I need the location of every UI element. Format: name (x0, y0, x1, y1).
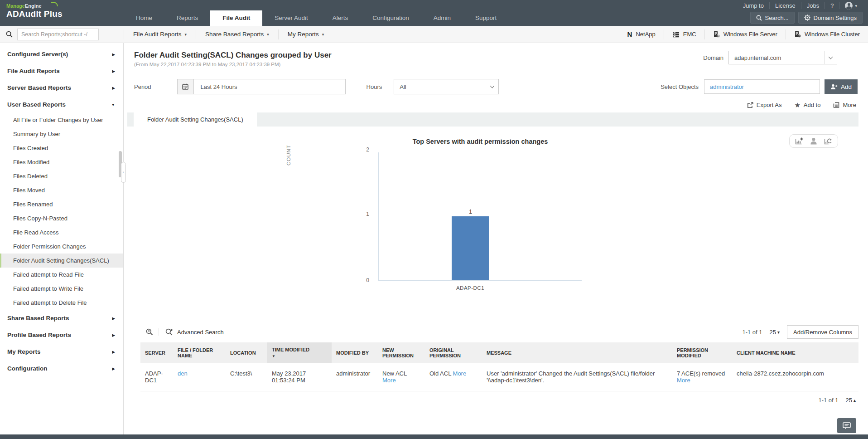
report-tab-active[interactable]: Folder Audit Setting Changes(SACL) (134, 112, 257, 127)
advanced-search-label: Advanced Search (177, 329, 224, 336)
sidebar-section[interactable]: File Audit Reports ▶ (0, 63, 123, 79)
help-button[interactable]: ? (825, 2, 839, 9)
sidebar-collapse-handle[interactable]: ‹ (121, 162, 126, 183)
y-tick-0: 0 (356, 277, 369, 283)
sidebar-item[interactable]: Files Copy-N-Pasted (0, 211, 123, 225)
sidebar-section[interactable]: Server Based Reports ▶ (0, 79, 123, 96)
col-server[interactable]: SERVER (140, 342, 173, 363)
export-as-button[interactable]: Export As (747, 102, 782, 108)
sidebar-section[interactable]: My Reports ▶ (0, 343, 123, 360)
col-message[interactable]: MESSAGE (482, 342, 672, 363)
cell-new-permission: New ACL More (378, 363, 425, 391)
sidebar-section[interactable]: Configuration ▶ (0, 360, 123, 377)
nav-tab[interactable]: Server Audit (262, 10, 320, 26)
menu-file-audit-reports[interactable]: File Audit Reports ▾ (124, 29, 196, 39)
results-card: Advanced Search 1-1 of 1 25 ▾ Add/Remove… (140, 322, 858, 409)
windows-file-cluster-label: Windows File Cluster (805, 31, 860, 38)
sidebar-item[interactable]: Folder Audit Setting Changes(SACL) (0, 254, 123, 268)
hours-value: All (394, 83, 411, 90)
report-search-input[interactable] (17, 29, 99, 40)
menu-my-reports[interactable]: My Reports ▾ (278, 29, 333, 39)
add-object-button[interactable]: Add (825, 79, 858, 94)
sidebar-item[interactable]: Files Modified (0, 155, 123, 169)
sidebar-item[interactable]: Files Renamed (0, 197, 123, 211)
nav-tab[interactable]: Admin (421, 10, 463, 26)
sidebar-section[interactable]: Share Based Reports ▶ (0, 310, 123, 327)
search-icon (756, 15, 762, 21)
chart-x-axis (378, 280, 582, 281)
cell-time-modified: May 23,2017 01:53:24 PM (267, 363, 332, 391)
caret-up-icon: ▴ (854, 398, 856, 403)
sidebar-item[interactable]: Files Created (0, 141, 123, 155)
sidebar-item[interactable]: Folder Permission Changes (0, 239, 123, 254)
col-original-permission[interactable]: ORIGINAL PERMISSION (425, 342, 482, 363)
sidebar-item[interactable]: Files Deleted (0, 169, 123, 183)
sidebar-item[interactable]: Summary by User (0, 127, 123, 141)
sidebar: Configured Server(s) ▶ File Audit Report… (0, 43, 124, 434)
license-link[interactable]: License (770, 2, 801, 9)
chart-panel: Top Servers with audit permission change… (124, 127, 868, 322)
sidebar-section[interactable]: Configured Server(s) ▶ (0, 46, 123, 63)
period-picker[interactable]: Last 24 Hours (177, 79, 346, 94)
select-objects-label: Select Objects (661, 83, 699, 90)
refresh-chart-icon[interactable] (824, 137, 832, 145)
col-client-machine-name[interactable]: CLIENT MACHINE NAME (732, 342, 858, 363)
advanced-search-button[interactable]: Advanced Search (159, 328, 230, 336)
new-permission-more-link[interactable]: More (382, 377, 396, 384)
domain-settings-button[interactable]: Domain Settings (798, 12, 863, 24)
nav-tab[interactable]: Home (124, 10, 164, 26)
windows-file-server-link[interactable]: Windows File Server (704, 29, 786, 39)
chart-bar[interactable] (452, 216, 489, 280)
sidebar-item[interactable]: All File or Folder Changes by User (0, 113, 123, 127)
page-size-dropdown-bottom[interactable]: 25 ▴ (846, 397, 856, 404)
toolbar-menus: File Audit Reports ▾ Share Based Reports… (124, 26, 333, 43)
sidebar-item[interactable]: File Read Access (0, 225, 123, 239)
sidebar-item[interactable]: Files Moved (0, 183, 123, 197)
sidebar-item[interactable]: Failed attempt to Write File (0, 282, 123, 296)
export-icon (747, 102, 753, 108)
col-file-folder-name[interactable]: FILE / FOLDER NAME (173, 342, 226, 363)
hours-select[interactable]: All (394, 79, 499, 94)
select-objects-input[interactable] (704, 79, 820, 94)
domain-label: Domain (703, 54, 723, 61)
emc-link[interactable]: EMC (664, 29, 704, 39)
jump-to-link[interactable]: Jump to (738, 2, 770, 9)
main-nav: HomeReportsFile AuditServer AuditAlertsC… (124, 0, 509, 26)
nav-tab[interactable]: Alerts (320, 10, 361, 26)
global-search-button[interactable]: Search... (750, 12, 795, 24)
nav-tab[interactable]: File Audit (210, 10, 262, 26)
permission-modified-more-link[interactable]: More (677, 377, 690, 384)
logo-engine-text: Engine (25, 3, 42, 9)
sidebar-item[interactable]: Failed attempt to Delete File (0, 296, 123, 310)
sidebar-section[interactable]: Profile Based Reports ▶ (0, 327, 123, 343)
add-to-button[interactable]: ★ Add to (794, 102, 820, 108)
netapp-link[interactable]: N NetApp (619, 29, 664, 39)
nav-tab[interactable]: Support (463, 10, 509, 26)
sidebar-section-user-based-reports[interactable]: User Based Reports ▼ (0, 96, 123, 113)
nav-tab[interactable]: Reports (164, 10, 210, 26)
menu-share-based-reports[interactable]: Share Based Reports ▾ (196, 29, 278, 39)
sidebar-item[interactable]: Failed attempt to Read File (0, 268, 123, 282)
col-new-permission[interactable]: NEW PERMISSION (378, 342, 425, 363)
file-name-link[interactable]: den (178, 370, 188, 377)
user-menu[interactable]: ▾ (839, 2, 863, 10)
feedback-button[interactable] (837, 418, 856, 433)
page-size-dropdown[interactable]: 25 ▾ (770, 329, 780, 336)
col-modified-by[interactable]: MODIFIED BY (332, 342, 378, 363)
cell-client-machine: chella-2872.csez.zohocorpin.com (732, 363, 858, 391)
add-chart-icon[interactable] (795, 137, 803, 145)
group-by-user-icon[interactable] (810, 137, 817, 145)
quick-search-icon[interactable] (140, 328, 159, 336)
more-button[interactable]: More (833, 102, 856, 108)
add-remove-columns-button[interactable]: Add/Remove Columns (787, 325, 858, 339)
original-permission-more-link[interactable]: More (453, 370, 467, 377)
domain-select[interactable]: adap.internal.com (728, 51, 837, 64)
col-time-modified[interactable]: TIME MODIFIED ▼ (267, 342, 332, 363)
sidebar-section-label: User Based Reports (7, 101, 66, 108)
col-location[interactable]: LOCATION (226, 342, 267, 363)
windows-file-cluster-link[interactable]: Windows File Cluster (786, 29, 868, 39)
more-list-icon (833, 102, 839, 108)
jobs-link[interactable]: Jobs (801, 2, 825, 9)
col-permission-modified[interactable]: PERMISSION MODIFIED (672, 342, 732, 363)
nav-tab[interactable]: Configuration (360, 10, 421, 26)
